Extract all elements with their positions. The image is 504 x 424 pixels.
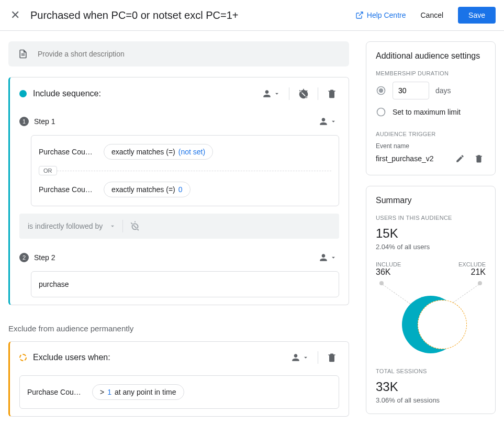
close-icon[interactable]: ✕ (8, 6, 22, 24)
cancel-button[interactable]: Cancel (414, 7, 450, 24)
pencil-icon (455, 154, 465, 163)
svg-point-3 (377, 108, 385, 116)
include-sequence-card: Include sequence: 1 Step 1 (8, 77, 349, 305)
step-number-1: 1 (19, 117, 29, 126)
step-2-header: 2 Step 2 (10, 246, 349, 269)
exclude-value: 21K (458, 267, 486, 277)
or-divider: OR (39, 166, 331, 175)
include-dot-icon (19, 90, 27, 97)
condition-field[interactable]: Purchase Cou… (39, 148, 96, 156)
condition-field[interactable]: Purchase Cou… (27, 388, 85, 396)
step-2-conditions: purchase (31, 271, 339, 297)
days-label: days (435, 86, 451, 95)
max-limit-label: Set to maximum limit (393, 108, 461, 116)
duration-days-row[interactable]: days (376, 82, 486, 99)
trigger-row: first_purchase_v2 (376, 152, 486, 165)
top-bar: ✕ Purchased when PC=0 or notset excl PC=… (0, 0, 504, 31)
users-value: 15K (376, 226, 486, 241)
edit-trigger-button[interactable] (453, 152, 467, 165)
cond-suffix: at any point in time (115, 388, 176, 396)
condition-field[interactable]: Purchase Cou… (39, 185, 96, 194)
condition-row: Purchase Cou… exactly matches (=) (not s… (39, 142, 331, 162)
help-label: Help Centre (367, 11, 406, 19)
delete-trigger-button[interactable] (472, 152, 486, 165)
condition-value: 1 (107, 388, 111, 396)
condition-chip[interactable]: exactly matches (=) (not set) (104, 144, 213, 160)
condition-value: (not set) (178, 148, 205, 156)
person-icon (290, 352, 301, 363)
step-2-label: Step 2 (34, 253, 311, 262)
sessions-value: 33K (376, 380, 486, 394)
users-pct: 2.04% of all users (376, 243, 486, 251)
chevron-down-icon (273, 90, 281, 97)
trash-icon (474, 154, 484, 163)
include-title: Include sequence: (33, 89, 253, 98)
scope-dropdown[interactable] (260, 86, 283, 101)
radio-unselected-icon[interactable] (376, 107, 386, 117)
users-label: USERS IN THIS AUDIENCE (376, 215, 486, 221)
exclude-conditions: Purchase Cou… > 1 at any point in time (19, 375, 339, 409)
delete-exclude-button[interactable] (324, 350, 339, 365)
exclude-scope-dropdown[interactable] (288, 350, 311, 365)
trash-icon (327, 88, 337, 99)
chevron-down-icon (302, 354, 309, 361)
exclude-card: Exclude users when: Purchase Cou… > 1 at… (8, 341, 349, 417)
event-name[interactable]: purchase (39, 280, 96, 288)
document-icon (18, 49, 28, 59)
chevron-down-icon (109, 222, 116, 230)
description-input[interactable] (38, 50, 340, 58)
step-1-scope-dropdown[interactable] (316, 114, 339, 129)
exclude-dot-icon (19, 354, 27, 361)
exclude-label: EXCLUDE (458, 261, 486, 267)
summary-card: Summary USERS IN THIS AUDIENCE 15K 2.04%… (366, 186, 496, 414)
condition-row: Purchase Cou… > 1 at any point in time (27, 382, 331, 402)
condition-row: Purchase Cou… exactly matches (=) 0 (39, 180, 331, 199)
step-1-conditions: Purchase Cou… exactly matches (=) (not s… (31, 135, 339, 206)
exclude-section-title: Exclude from audience permanently (8, 324, 349, 333)
settings-title: Additional audience settings (376, 51, 486, 61)
svg-point-2 (379, 88, 383, 93)
followed-by-bar[interactable]: is indirectly followed by (19, 214, 339, 239)
condition-chip[interactable]: exactly matches (=) 0 (104, 182, 191, 197)
trigger-event-name: first_purchase_v2 (376, 154, 448, 163)
timer-off-icon (129, 220, 141, 232)
step-2-scope-dropdown[interactable] (316, 250, 339, 265)
delete-sequence-button[interactable] (324, 86, 339, 101)
condition-value: 0 (178, 185, 183, 194)
summary-title: Summary (376, 196, 486, 205)
sessions-pct: 3.06% of all sessions (376, 396, 486, 404)
venn-diagram (376, 280, 486, 359)
condition-chip[interactable]: > 1 at any point in time (92, 384, 184, 400)
open-external-icon (355, 11, 364, 19)
exclude-title: Exclude users when: (33, 353, 282, 362)
audience-settings-card: Additional audience settings MEMBERSHIP … (366, 41, 496, 175)
radio-selected-icon[interactable] (376, 85, 386, 96)
step-1-header: 1 Step 1 (10, 110, 349, 133)
condition-row: purchase (39, 278, 331, 291)
duration-max-row[interactable]: Set to maximum limit (376, 107, 486, 117)
description-bar[interactable] (8, 41, 349, 66)
membership-duration-label: MEMBERSHIP DURATION (376, 70, 486, 76)
help-centre-link[interactable]: Help Centre (355, 11, 406, 19)
sessions-label: TOTAL SESSIONS (376, 368, 486, 374)
save-button[interactable]: Save (458, 7, 496, 24)
step-1-label: Step 1 (34, 117, 311, 126)
person-icon (318, 116, 329, 127)
timer-off-icon (298, 88, 309, 99)
followed-by-label: is indirectly followed by (28, 222, 103, 230)
condition-op: exactly matches (=) (111, 185, 175, 194)
cond-prefix: > (100, 388, 104, 396)
page-title: Purchased when PC=0 or notset excl PC=1+ (30, 9, 347, 21)
step-number-2: 2 (19, 253, 29, 262)
include-label: INCLUDE (376, 261, 401, 267)
condition-op: exactly matches (=) (111, 148, 175, 156)
chevron-down-icon (330, 254, 337, 261)
venn-header: INCLUDE 36K EXCLUDE 21K (376, 261, 486, 277)
svg-line-0 (359, 12, 362, 16)
chevron-down-icon (330, 118, 337, 125)
audience-trigger-label: AUDIENCE TRIGGER (376, 131, 486, 137)
or-badge: OR (39, 166, 57, 175)
duration-input[interactable] (393, 82, 429, 99)
time-constraint-button[interactable] (296, 86, 311, 102)
include-value: 36K (376, 267, 401, 277)
